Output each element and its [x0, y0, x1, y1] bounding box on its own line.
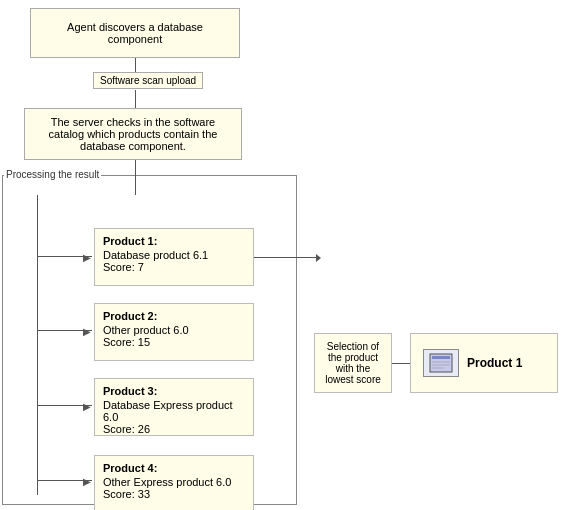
spine-line [37, 195, 38, 495]
product-3-card: Product 3: Database Express product 6.0 … [94, 378, 254, 436]
software-scan-label: Software scan upload [93, 72, 203, 89]
selection-box: Selection of the product with the lowest… [314, 333, 392, 393]
selection-text: Selection of the product with the lowest… [321, 341, 385, 385]
product-2-score: Score: 15 [103, 336, 245, 348]
product-3-desc: Database Express product 6.0 [103, 399, 245, 423]
product-1-score: Score: 7 [103, 261, 245, 273]
product-2-name: Product 2: [103, 310, 245, 322]
arrow-p2: ▶ [83, 326, 91, 337]
product-4-name: Product 4: [103, 462, 245, 474]
product-2-desc: Other product 6.0 [103, 324, 245, 336]
product-icon [423, 349, 459, 377]
hline-sel-to-result [392, 363, 410, 364]
product-1-card: Product 1: Database product 6.1 Score: 7 [94, 228, 254, 286]
product-3-score: Score: 26 [103, 423, 245, 435]
product-4-card: Product 4: Other Express product 6.0 Sco… [94, 455, 254, 510]
processing-group-label: Processing the result [4, 169, 101, 180]
server-checks-box: The server checks in the software catalo… [24, 108, 242, 160]
hline-p1-to-sel [254, 257, 316, 258]
product-2-card: Product 2: Other product 6.0 Score: 15 [94, 303, 254, 361]
diagram: Agent discovers a database component Sof… [0, 0, 563, 510]
line-label-to-box2 [135, 90, 136, 108]
result-box: Product 1 [410, 333, 558, 393]
product-3-name: Product 3: [103, 385, 245, 397]
product-4-score: Score: 33 [103, 488, 245, 500]
arrow-p3: ▶ [83, 401, 91, 412]
arrow-p1: ▶ [83, 252, 91, 263]
arrow-p4: ▶ [83, 476, 91, 487]
line-box2-to-group [135, 160, 136, 195]
server-checks-text: The server checks in the software catalo… [35, 116, 231, 152]
connector-p1 [37, 253, 38, 254]
agent-discovers-box: Agent discovers a database component [30, 8, 240, 58]
svg-rect-1 [432, 356, 450, 359]
product-4-desc: Other Express product 6.0 [103, 476, 245, 488]
product-1-desc: Database product 6.1 [103, 249, 245, 261]
result-label: Product 1 [467, 356, 522, 370]
agent-discovers-text: Agent discovers a database component [41, 21, 229, 45]
product-1-name: Product 1: [103, 235, 245, 247]
